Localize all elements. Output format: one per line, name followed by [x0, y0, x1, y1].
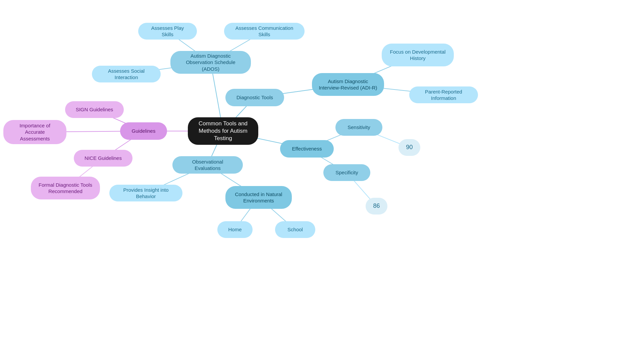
- guidelines-label: Guidelines: [132, 128, 156, 134]
- sensitivity-value-node: 90: [398, 139, 420, 156]
- ados-label: Autism Diagnostic Observation Schedule (…: [177, 53, 244, 72]
- guidelines-node: Guidelines: [120, 122, 167, 140]
- focus-dev-label: Focus on Developmental History: [388, 49, 447, 62]
- conducted-natural-label: Conducted in Natural Environments: [232, 191, 285, 204]
- importance-node: Importance of Accurate Assessments: [3, 120, 66, 144]
- assesses-social-node: Assesses Social Interaction: [92, 66, 161, 82]
- home-node: Home: [217, 221, 253, 238]
- nice-label: NICE Guidelines: [85, 155, 122, 162]
- specificity-value: 86: [373, 202, 380, 210]
- formal-diag-node: Formal Diagnostic Tools Recommended: [31, 177, 100, 199]
- adir-node: Autism Diagnostic Interview-Revised (ADI…: [312, 73, 384, 96]
- assesses-social-label: Assesses Social Interaction: [99, 68, 154, 81]
- sign-node: SIGN Guidelines: [65, 101, 124, 118]
- ados-node: Autism Diagnostic Observation Schedule (…: [170, 51, 251, 74]
- parent-reported-node: Parent-Reported Information: [409, 86, 478, 103]
- observational-label: Observational Evaluations: [179, 159, 236, 172]
- sensitivity-node: Sensitivity: [335, 119, 382, 136]
- sensitivity-value: 90: [406, 143, 413, 151]
- nice-node: NICE Guidelines: [74, 150, 132, 167]
- assesses-play-label: Assesses Play Skills: [145, 25, 190, 38]
- diagnostic-tools-node: Diagnostic Tools: [225, 89, 284, 106]
- school-label: School: [287, 226, 303, 233]
- diagnostic-tools-label: Diagnostic Tools: [236, 94, 273, 101]
- school-node: School: [275, 221, 315, 238]
- assesses-play-node: Assesses Play Skills: [138, 23, 197, 40]
- assesses-comm-node: Assesses Communication Skills: [224, 23, 305, 40]
- provides-insight-node: Provides Insight into Behavior: [109, 185, 182, 201]
- home-label: Home: [228, 226, 241, 233]
- importance-label: Importance of Accurate Assessments: [10, 122, 60, 142]
- assesses-comm-label: Assesses Communication Skills: [231, 25, 298, 38]
- observational-node: Observational Evaluations: [172, 156, 243, 174]
- specificity-label: Specificity: [335, 169, 358, 176]
- sign-label: SIGN Guidelines: [76, 106, 113, 113]
- specificity-node: Specificity: [323, 164, 370, 181]
- specificity-value-node: 86: [366, 198, 387, 215]
- effectiveness-label: Effectiveness: [292, 145, 322, 152]
- conducted-natural-node: Conducted in Natural Environments: [225, 186, 292, 209]
- formal-diag-label: Formal Diagnostic Tools Recommended: [38, 182, 93, 195]
- focus-dev-node: Focus on Developmental History: [382, 44, 454, 66]
- effectiveness-node: Effectiveness: [280, 140, 334, 158]
- adir-label: Autism Diagnostic Interview-Revised (ADI…: [319, 78, 377, 91]
- sensitivity-label: Sensitivity: [347, 124, 370, 131]
- center-label: Common Tools and Methods for Autism Test…: [193, 120, 253, 142]
- provides-insight-label: Provides Insight into Behavior: [116, 187, 176, 200]
- parent-reported-label: Parent-Reported Information: [416, 88, 471, 102]
- center-node: Common Tools and Methods for Autism Test…: [188, 117, 258, 145]
